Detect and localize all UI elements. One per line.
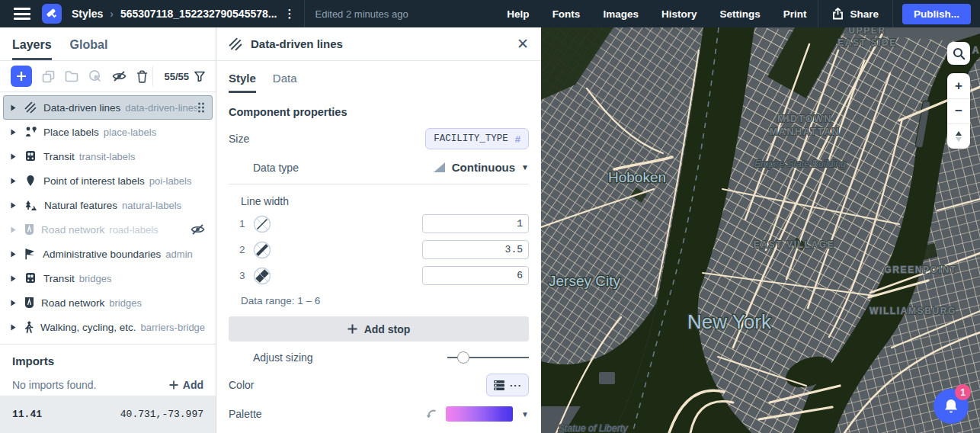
menu-help[interactable]: Help bbox=[495, 8, 540, 20]
layer-row-data-driven-lines[interactable]: Data-driven lines data-driven-lines bbox=[3, 95, 213, 120]
line-width-value-input[interactable] bbox=[422, 214, 529, 233]
data-type-dropdown[interactable]: Continuous ▼ bbox=[433, 161, 529, 174]
line-width-value-input[interactable] bbox=[422, 266, 529, 285]
line-width-preview-icon[interactable] bbox=[253, 215, 271, 233]
close-icon[interactable]: ✕ bbox=[517, 37, 529, 51]
expand-caret-icon[interactable] bbox=[11, 300, 16, 306]
menu-settings[interactable]: Settings bbox=[708, 8, 771, 20]
expand-caret-icon[interactable] bbox=[11, 324, 16, 331]
color-mode-chip[interactable]: ··· bbox=[486, 374, 529, 396]
hide-layer-icon[interactable] bbox=[112, 70, 127, 82]
toolbar-divider bbox=[152, 66, 153, 86]
palette-gradient-swatch[interactable] bbox=[446, 406, 513, 422]
map-zoom-control: + − bbox=[947, 73, 970, 149]
menu-print[interactable]: Print bbox=[772, 8, 818, 20]
layer-hidden-eye-off-icon[interactable] bbox=[191, 223, 205, 236]
expand-caret-icon[interactable] bbox=[11, 275, 16, 282]
mapbox-studio-logo[interactable] bbox=[42, 4, 62, 24]
delete-layer-icon[interactable] bbox=[136, 70, 148, 83]
map-canvas[interactable]: UPPER EAST SIDE MIDTOWN MANHATTAN Empire… bbox=[541, 27, 980, 433]
layer-row-barriers-bridges[interactable]: Walking, cycling, etc. barriers-bridges bbox=[3, 315, 213, 339]
layer-filter[interactable]: 55/55 bbox=[164, 71, 205, 82]
panel-header: Data-driven lines ✕ bbox=[216, 27, 541, 61]
tab-data[interactable]: Data bbox=[273, 72, 297, 93]
group-layers-icon[interactable] bbox=[65, 71, 78, 82]
layer-row-transit-bridges[interactable]: Transit bridges bbox=[3, 266, 213, 290]
share-button[interactable]: Share bbox=[818, 0, 893, 27]
map-label-hoboken: Hoboken bbox=[608, 169, 666, 185]
layer-id: bridges bbox=[109, 297, 142, 309]
breadcrumb-style-name[interactable]: 565307118_152232790545578... bbox=[120, 8, 277, 20]
size-field-chip[interactable]: FACILITY_TYPE # bbox=[425, 128, 529, 149]
expand-caret-icon[interactable] bbox=[11, 202, 16, 209]
section-title: Component properties bbox=[229, 106, 529, 118]
expand-caret-icon[interactable] bbox=[11, 251, 16, 258]
drag-handle-icon[interactable] bbox=[197, 101, 205, 114]
topbar-divider bbox=[304, 0, 305, 27]
coordinates-value: 40.731,-73.997 bbox=[120, 409, 203, 420]
plus-icon bbox=[169, 380, 178, 390]
expand-caret-icon[interactable] bbox=[11, 104, 16, 111]
layer-name: Data-driven lines bbox=[43, 102, 120, 114]
menu-images[interactable]: Images bbox=[591, 8, 650, 20]
color-label: Color bbox=[229, 379, 254, 391]
menu-fonts[interactable]: Fonts bbox=[541, 8, 592, 20]
layers-toolbar: 55/55 bbox=[0, 61, 216, 92]
layer-row-admin[interactable]: Administrative boundaries admin bbox=[3, 242, 213, 266]
svg-text:MANHATTAN: MANHATTAN bbox=[770, 127, 840, 137]
line-width-preview-icon[interactable] bbox=[253, 267, 271, 285]
expand-caret-icon[interactable] bbox=[11, 129, 16, 136]
layer-row-road-labels[interactable]: Road network road-labels bbox=[3, 217, 213, 242]
zoom-out-button[interactable]: − bbox=[947, 98, 970, 123]
layer-row-poi-labels[interactable]: Point of interest labels poi-labels bbox=[3, 168, 213, 193]
select-layer-icon[interactable] bbox=[88, 69, 102, 83]
share-icon bbox=[832, 8, 844, 20]
tab-style[interactable]: Style bbox=[229, 72, 256, 93]
zoom-in-button[interactable]: + bbox=[947, 73, 970, 98]
size-label: Size bbox=[229, 133, 249, 145]
layer-name: Road network bbox=[41, 297, 104, 309]
layer-list: Data-driven lines data-driven-lines Plac… bbox=[0, 92, 216, 339]
menu-history[interactable]: History bbox=[650, 8, 709, 20]
hamburger-menu-icon[interactable] bbox=[14, 8, 30, 20]
palette-label: Palette bbox=[229, 408, 262, 420]
tab-global[interactable]: Global bbox=[70, 38, 108, 60]
expand-caret-icon[interactable] bbox=[11, 153, 16, 160]
expand-caret-icon[interactable] bbox=[11, 226, 16, 233]
map-label-edge-partial: A bbox=[972, 45, 980, 56]
map-label-midtown: MIDTOWN bbox=[777, 114, 832, 124]
panel-title: Data-driven lines bbox=[251, 37, 343, 50]
tab-layers[interactable]: Layers bbox=[12, 38, 52, 60]
notifications-button[interactable]: 1 bbox=[934, 389, 969, 424]
breadcrumb-styles[interactable]: Styles bbox=[72, 8, 103, 20]
layer-id: bridges bbox=[79, 273, 112, 284]
undo-icon[interactable] bbox=[425, 409, 437, 420]
layer-name: Point of interest labels bbox=[43, 175, 145, 187]
style-options-icon[interactable]: ⋮ bbox=[283, 7, 295, 21]
imports-add-button[interactable]: Add bbox=[169, 379, 203, 391]
layer-row-natural-labels[interactable]: Natural features natural-labels bbox=[3, 193, 213, 217]
add-layer-button[interactable] bbox=[11, 66, 32, 87]
pitch-toggle-button[interactable] bbox=[947, 123, 970, 149]
poi-pin-icon bbox=[24, 175, 37, 187]
adjust-sizing-label: Adjust sizing bbox=[229, 351, 313, 364]
map-search-button[interactable] bbox=[947, 42, 970, 65]
line-width-preview-icon[interactable] bbox=[253, 241, 271, 259]
line-width-value-input[interactable] bbox=[422, 240, 529, 259]
layer-row-road-bridges[interactable]: Road network bridges bbox=[3, 290, 213, 315]
duplicate-layer-icon[interactable] bbox=[42, 70, 55, 83]
field-name: FACILITY_TYPE bbox=[434, 133, 508, 144]
divider bbox=[229, 184, 529, 184]
color-property-row: Color ··· bbox=[216, 374, 541, 396]
slider-knob[interactable] bbox=[457, 351, 469, 364]
expand-caret-icon[interactable] bbox=[11, 178, 16, 184]
layer-row-transit-labels[interactable]: Transit transit-labels bbox=[3, 144, 213, 168]
chevron-down-icon[interactable]: ▼ bbox=[521, 410, 529, 419]
layer-id: transit-labels bbox=[79, 151, 136, 162]
map-label-greenpoint: GREENPOINT bbox=[884, 265, 956, 275]
stop-index: 1 bbox=[239, 218, 248, 229]
publish-button[interactable]: Publish... bbox=[902, 4, 971, 24]
layer-row-place-labels[interactable]: Place labels place-labels bbox=[3, 120, 213, 144]
add-stop-button[interactable]: Add stop bbox=[229, 316, 529, 342]
adjust-sizing-slider[interactable] bbox=[447, 351, 529, 364]
